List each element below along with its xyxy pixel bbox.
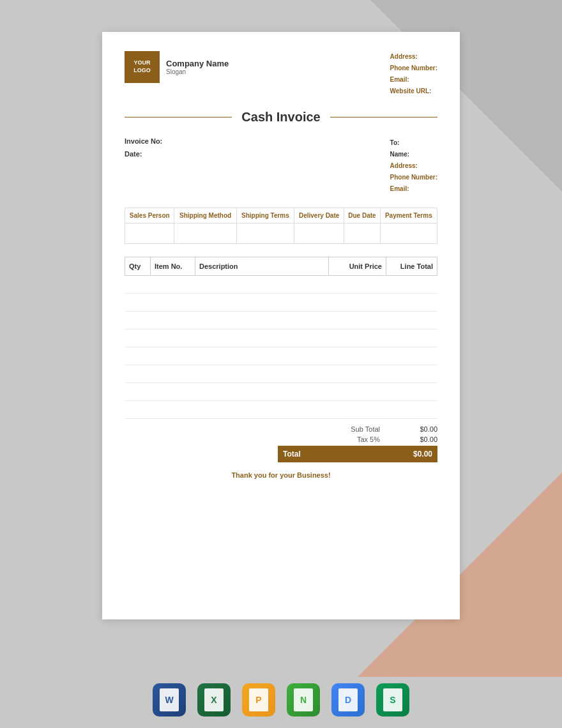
col-qty: Qty bbox=[125, 257, 151, 276]
items-table: Qty Item No. Description Unit Price Line… bbox=[125, 257, 437, 419]
meta-left: Invoice No: Date: bbox=[125, 137, 162, 195]
excel-icon[interactable]: X bbox=[197, 683, 231, 717]
shipping-header-row: Sales Person Shipping Method Shipping Te… bbox=[125, 208, 437, 224]
title-line-left bbox=[125, 117, 232, 118]
app-icons-bar: W X P N D S bbox=[153, 683, 409, 717]
col-item-no: Item No. bbox=[151, 257, 195, 276]
table-row bbox=[125, 365, 437, 383]
subtotal-value: $0.00 bbox=[393, 425, 437, 433]
total-final-row: Total $0.00 bbox=[278, 446, 437, 462]
total-label: Total bbox=[283, 450, 301, 459]
address-label: Address: bbox=[390, 53, 418, 60]
thank-you-message: Thank you for your Business! bbox=[125, 471, 437, 479]
word-icon[interactable]: W bbox=[153, 683, 186, 717]
email-label: Email: bbox=[390, 76, 409, 83]
table-row bbox=[125, 294, 437, 312]
company-logo: YOUR LOGO bbox=[125, 51, 160, 83]
tax-value: $0.00 bbox=[393, 436, 437, 443]
shipping-table: Sales Person Shipping Method Shipping Te… bbox=[125, 208, 437, 244]
shipping-terms-value bbox=[236, 224, 294, 244]
gsheets-icon-letter: S bbox=[383, 688, 402, 711]
col-delivery-date: Delivery Date bbox=[294, 208, 344, 224]
table-row bbox=[125, 383, 437, 401]
invoice-document: YOUR LOGO Company Name Slogan Address: P… bbox=[102, 32, 460, 619]
invoice-header: YOUR LOGO Company Name Slogan Address: P… bbox=[125, 51, 437, 97]
table-row bbox=[125, 276, 437, 294]
table-row bbox=[125, 347, 437, 365]
logo-line1: YOUR bbox=[133, 59, 150, 67]
phone-label: Phone Number: bbox=[390, 64, 437, 72]
tax-row: Tax 5% $0.00 bbox=[278, 436, 437, 443]
word-icon-letter: W bbox=[160, 688, 179, 711]
numbers-icon[interactable]: N bbox=[287, 683, 320, 717]
contact-info: Address: Phone Number: Email: Website UR… bbox=[390, 51, 437, 97]
col-description: Description bbox=[195, 257, 329, 276]
invoice-no-label: Invoice No: bbox=[125, 137, 162, 145]
shipping-due-value bbox=[344, 224, 380, 244]
to-phone-label: Phone Number: bbox=[390, 174, 437, 181]
title-row: Cash Invoice bbox=[125, 110, 437, 125]
logo-area: YOUR LOGO Company Name Slogan bbox=[125, 51, 229, 83]
company-info: Company Name Slogan bbox=[166, 59, 229, 75]
shipping-sales-person bbox=[125, 224, 174, 244]
subtotal-row: Sub Total $0.00 bbox=[278, 425, 437, 433]
email-line: Email: bbox=[390, 74, 437, 86]
table-row bbox=[125, 401, 437, 419]
totals-section: Sub Total $0.00 Tax 5% $0.00 Total $0.00… bbox=[125, 425, 437, 479]
logo-line2: LOGO bbox=[133, 67, 151, 75]
subtotal-label: Sub Total bbox=[278, 425, 380, 433]
to-field: To: bbox=[390, 137, 437, 149]
col-shipping-terms: Shipping Terms bbox=[236, 208, 294, 224]
gdocs-icon[interactable]: D bbox=[331, 683, 365, 717]
total-value: $0.00 bbox=[413, 450, 432, 459]
table-row bbox=[125, 312, 437, 330]
gsheets-icon[interactable]: S bbox=[376, 683, 409, 717]
date-label: Date: bbox=[125, 150, 142, 158]
shipping-data-row bbox=[125, 224, 437, 244]
to-label: To: bbox=[390, 139, 400, 146]
to-email-field: Email: bbox=[390, 183, 437, 195]
gdocs-icon-letter: D bbox=[338, 688, 358, 711]
address-line: Address: bbox=[390, 51, 437, 63]
company-slogan: Slogan bbox=[166, 68, 229, 75]
tax-label: Tax 5% bbox=[278, 436, 380, 443]
pages-icon-letter: P bbox=[249, 688, 268, 711]
pages-icon[interactable]: P bbox=[242, 683, 275, 717]
to-phone-field: Phone Number: bbox=[390, 172, 437, 183]
shipping-delivery-value bbox=[294, 224, 344, 244]
to-address-label: Address: bbox=[390, 162, 418, 169]
items-header-row: Qty Item No. Description Unit Price Line… bbox=[125, 257, 437, 276]
phone-line: Phone Number: bbox=[390, 63, 437, 74]
title-line-right bbox=[330, 117, 437, 118]
col-unit-price: Unit Price bbox=[329, 257, 386, 276]
to-name-field: Name: bbox=[390, 149, 437, 160]
shipping-method-value bbox=[174, 224, 236, 244]
col-shipping-method: Shipping Method bbox=[174, 208, 236, 224]
col-sales-person: Sales Person bbox=[125, 208, 174, 224]
to-address-field: Address: bbox=[390, 160, 437, 172]
table-row bbox=[125, 330, 437, 347]
meta-right: To: Name: Address: Phone Number: Email: bbox=[390, 137, 437, 195]
to-name-label: Name: bbox=[390, 151, 410, 158]
col-payment-terms: Payment Terms bbox=[380, 208, 437, 224]
shipping-payment-value bbox=[380, 224, 437, 244]
date-field: Date: bbox=[125, 150, 162, 158]
invoice-title: Cash Invoice bbox=[241, 110, 320, 125]
to-email-label: Email: bbox=[390, 185, 409, 192]
col-line-total: Line Total bbox=[386, 257, 437, 276]
numbers-icon-letter: N bbox=[294, 688, 313, 711]
website-label: Website URL: bbox=[390, 87, 432, 95]
col-due-date: Due Date bbox=[344, 208, 380, 224]
invoice-no-field: Invoice No: bbox=[125, 137, 162, 145]
meta-section: Invoice No: Date: To: Name: Address: Pho… bbox=[125, 137, 437, 195]
website-line: Website URL: bbox=[390, 86, 437, 97]
company-name: Company Name bbox=[166, 59, 229, 68]
excel-icon-letter: X bbox=[204, 688, 224, 711]
